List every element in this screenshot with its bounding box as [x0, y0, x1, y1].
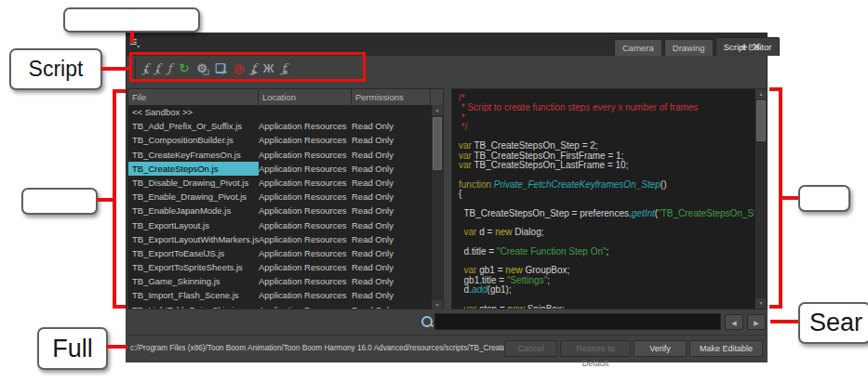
- close-view-icon[interactable]: ✕: [753, 41, 761, 53]
- location-cell[interactable]: Application Resources: [259, 204, 352, 217]
- file-row[interactable]: TB_ExportToEaselJS.jsApplication Resourc…: [128, 246, 443, 260]
- location-cell[interactable]: Application Resources: [259, 303, 352, 309]
- file-name-cell[interactable]: << Sandbox >>: [128, 105, 259, 119]
- file-row[interactable]: TB_ExportToSpriteSheets.jsApplication Re…: [128, 260, 443, 274]
- filelist-bracket: [113, 89, 126, 309]
- permissions-cell[interactable]: Read Only: [352, 288, 431, 302]
- permissions-cell[interactable]: Read Only: [352, 190, 431, 204]
- cancel-button[interactable]: Cancel: [504, 340, 557, 357]
- callout-editor-line: [782, 196, 798, 200]
- file-name-cell[interactable]: TB_ExportToEaselJS.js: [128, 246, 259, 260]
- file-name-cell[interactable]: TB_Add_Prefix_Or_Suffix.js: [128, 119, 259, 133]
- search-row: ◀ ▶: [126, 310, 768, 335]
- column-header-permissions[interactable]: Permissions: [352, 89, 431, 105]
- location-cell[interactable]: Application Resources: [259, 176, 352, 190]
- file-row[interactable]: TB_Game_Skinning.jsApplication Resources…: [128, 274, 443, 288]
- callout-menu-box: [63, 7, 200, 33]
- permissions-cell[interactable]: [352, 105, 431, 119]
- file-name-cell[interactable]: TB_Game_Skinning.js: [128, 274, 259, 288]
- editor-scrollbar[interactable]: ▲ ▼: [754, 89, 767, 309]
- file-name-cell[interactable]: TB_EnableJapanMode.js: [128, 204, 259, 217]
- search-prev-button[interactable]: ◀: [725, 314, 743, 330]
- permissions-cell[interactable]: Read Only: [352, 260, 431, 274]
- file-list-header: File Location Permissions: [128, 89, 443, 105]
- file-row[interactable]: TB_CreateStepsOn.jsApplication Resources…: [128, 162, 443, 176]
- add-view-icon[interactable]: +: [741, 40, 748, 54]
- column-header-file[interactable]: File: [128, 89, 259, 105]
- file-name-cell[interactable]: TB_CreateKeyFramesOn.js: [128, 148, 259, 162]
- callout-filelist-line: [97, 198, 113, 202]
- permissions-cell[interactable]: Read Only: [352, 204, 431, 217]
- script-file-list: File Location Permissions << Sandbox >>T…: [127, 88, 444, 310]
- search-next-button[interactable]: ▶: [747, 314, 766, 330]
- code-line: var step = new SpinBox;: [459, 305, 754, 309]
- location-cell[interactable]: Application Resources: [259, 288, 352, 302]
- separator: [750, 43, 751, 52]
- scroll-down-icon[interactable]: ▼: [755, 298, 767, 309]
- file-row[interactable]: TB_ExportLayout.jsApplication ResourcesR…: [128, 218, 443, 232]
- location-cell[interactable]: Application Resources: [259, 274, 352, 288]
- file-row[interactable]: TB_LightTableOnionSkin.jsApplication Res…: [128, 303, 443, 309]
- file-row[interactable]: TB_ExportLayoutWithMarkers.jsApplication…: [128, 232, 443, 246]
- search-icon: [421, 316, 433, 327]
- scrollbar-thumb[interactable]: [756, 100, 766, 141]
- code-area[interactable]: /* * Script to create function steps eve…: [452, 89, 754, 309]
- search-input[interactable]: [434, 313, 721, 330]
- file-row[interactable]: TB_Enable_Drawing_Pivot.jsApplication Re…: [128, 190, 443, 204]
- file-name-cell[interactable]: TB_CreateStepsOn.js: [128, 162, 259, 176]
- permissions-cell[interactable]: Read Only: [352, 232, 431, 246]
- file-row[interactable]: TB_Add_Prefix_Or_Suffix.jsApplication Re…: [128, 119, 443, 133]
- callout-script-box: Script: [9, 48, 102, 90]
- location-cell[interactable]: Application Resources: [259, 246, 352, 260]
- restore-to-default-button[interactable]: Restore to Default: [560, 340, 631, 357]
- file-name-cell[interactable]: TB_ExportLayout.js: [128, 218, 259, 232]
- tab-camera[interactable]: Camera: [614, 39, 662, 56]
- file-list-body: << Sandbox >>TB_Add_Prefix_Or_Suffix.jsA…: [128, 105, 443, 309]
- column-header-location[interactable]: Location: [259, 89, 352, 105]
- callout-editor-box: [798, 185, 850, 212]
- permissions-cell[interactable]: Read Only: [352, 246, 431, 260]
- file-name-cell[interactable]: TB_ExportLayoutWithMarkers.js: [128, 232, 259, 246]
- location-cell[interactable]: Application Resources: [259, 148, 352, 162]
- callout-search-line: [770, 320, 798, 323]
- code-line: function Private_FetchCreateKeyframesOn_…: [459, 180, 754, 190]
- file-name-cell[interactable]: TB_Import_Flash_Scene.js: [128, 288, 259, 302]
- callout-menu-line: [130, 31, 134, 43]
- location-cell[interactable]: [259, 105, 352, 119]
- permissions-cell[interactable]: Read Only: [352, 148, 431, 162]
- location-cell[interactable]: Application Resources: [259, 232, 352, 246]
- make-editable-button[interactable]: Make Editable: [689, 340, 763, 357]
- file-row[interactable]: TB_Import_Flash_Scene.jsApplication Reso…: [128, 288, 443, 302]
- verify-button[interactable]: Verify: [634, 340, 687, 357]
- file-row[interactable]: TB_Disable_Drawing_Pivot.jsApplication R…: [128, 176, 443, 190]
- permissions-cell[interactable]: Read Only: [352, 303, 431, 309]
- file-row[interactable]: TB_CompositionBuilder.jsApplication Reso…: [128, 133, 443, 147]
- permissions-cell[interactable]: Read Only: [352, 119, 431, 133]
- file-row[interactable]: << Sandbox >>: [128, 105, 443, 119]
- location-cell[interactable]: Application Resources: [259, 260, 352, 274]
- location-cell[interactable]: Application Resources: [259, 162, 352, 176]
- code-line: d.add(gb1);: [459, 285, 754, 295]
- location-cell[interactable]: Application Resources: [259, 133, 352, 147]
- file-name-cell[interactable]: TB_Enable_Drawing_Pivot.js: [128, 190, 259, 204]
- permissions-cell[interactable]: Read Only: [352, 133, 431, 147]
- permissions-cell[interactable]: Read Only: [352, 162, 431, 176]
- permissions-cell[interactable]: Read Only: [352, 218, 431, 232]
- permissions-cell[interactable]: Read Only: [352, 176, 431, 190]
- file-name-cell[interactable]: TB_ExportToSpriteSheets.js: [128, 260, 259, 274]
- file-name-cell[interactable]: TB_CompositionBuilder.js: [128, 133, 259, 147]
- tab-drawing[interactable]: Drawing: [664, 39, 714, 56]
- file-list-scrollbar[interactable]: ▲ ▼: [431, 105, 443, 310]
- location-cell[interactable]: Application Resources: [259, 218, 352, 232]
- file-name-cell[interactable]: TB_Disable_Drawing_Pivot.js: [128, 176, 259, 190]
- code-editor[interactable]: /* * Script to create function steps eve…: [451, 88, 768, 310]
- location-cell[interactable]: Application Resources: [259, 190, 352, 204]
- scroll-up-icon[interactable]: ▲: [755, 89, 767, 99]
- file-row[interactable]: TB_EnableJapanMode.jsApplication Resourc…: [128, 204, 443, 217]
- scrollbar-thumb[interactable]: [433, 117, 442, 170]
- file-name-cell[interactable]: TB_LightTableOnionSkin.js: [128, 303, 259, 309]
- location-cell[interactable]: Application Resources: [259, 119, 352, 133]
- file-row[interactable]: TB_CreateKeyFramesOn.jsApplication Resou…: [128, 148, 443, 162]
- scroll-up-icon[interactable]: ▲: [432, 105, 443, 115]
- permissions-cell[interactable]: Read Only: [352, 274, 431, 288]
